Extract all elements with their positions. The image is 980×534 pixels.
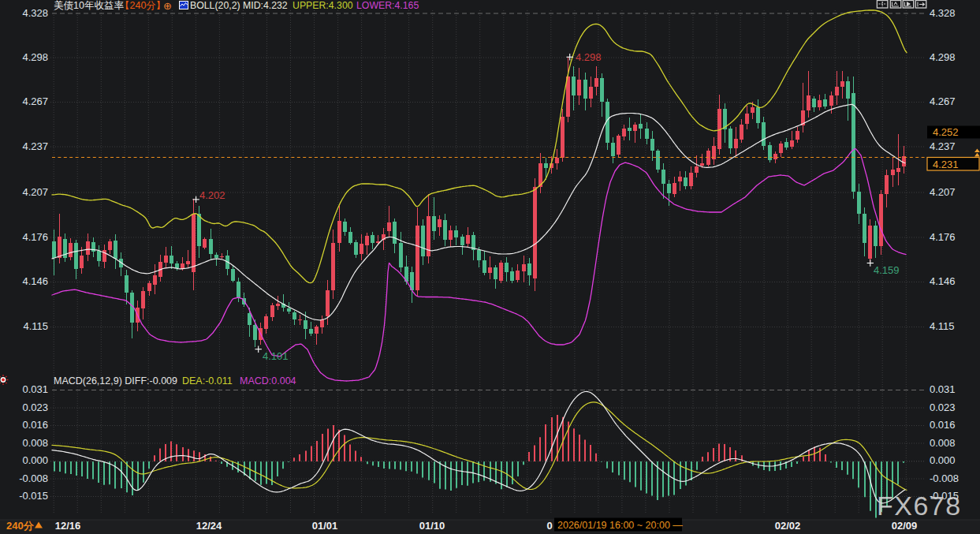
- svg-text:LOWER:4.165: LOWER:4.165: [356, 0, 419, 11]
- svg-text:4.115: 4.115: [930, 320, 955, 332]
- svg-text:4.146: 4.146: [930, 275, 956, 287]
- svg-text:4.159: 4.159: [874, 264, 900, 276]
- svg-text:4.328: 4.328: [930, 7, 956, 19]
- svg-text:4.267: 4.267: [22, 95, 48, 107]
- svg-text:-0.008: -0.008: [19, 472, 48, 484]
- svg-text:0.016: 0.016: [22, 419, 48, 431]
- svg-text:4.328: 4.328: [22, 7, 48, 19]
- svg-text:0.023: 0.023: [930, 401, 956, 413]
- svg-text:02/09: 02/09: [892, 520, 918, 532]
- svg-text:-0.008: -0.008: [930, 472, 959, 484]
- svg-text:4.298: 4.298: [930, 51, 956, 63]
- svg-text:【240分】: 【240分】: [120, 0, 166, 11]
- svg-text:4.207: 4.207: [930, 186, 956, 198]
- svg-text:0.008: 0.008: [930, 437, 956, 449]
- svg-text:02/02: 02/02: [775, 520, 801, 532]
- svg-text:0.016: 0.016: [930, 419, 956, 431]
- svg-text:01/01: 01/01: [312, 520, 338, 532]
- svg-text:⊕: ⊕: [163, 0, 172, 12]
- svg-text:0.000: 0.000: [930, 454, 956, 466]
- svg-text:12/16: 12/16: [55, 520, 81, 532]
- svg-text:4.252: 4.252: [933, 126, 959, 138]
- svg-text:MACD(26,12,9) DIFF:-0.009: MACD(26,12,9) DIFF:-0.009: [54, 375, 177, 386]
- svg-text:0.023: 0.023: [22, 401, 48, 413]
- svg-text:01/10: 01/10: [419, 520, 445, 532]
- svg-text:美债10年收益率: 美债10年收益率: [54, 0, 124, 11]
- svg-text:4.202: 4.202: [199, 189, 225, 201]
- svg-text:4.176: 4.176: [22, 231, 48, 243]
- svg-text:4.237: 4.237: [930, 140, 956, 152]
- svg-text:4.101: 4.101: [263, 350, 289, 362]
- svg-text:4.298: 4.298: [22, 51, 48, 63]
- svg-text:4.298: 4.298: [576, 51, 602, 63]
- svg-text:MACD:0.004: MACD:0.004: [240, 375, 296, 386]
- svg-text:DEA:-0.011: DEA:-0.011: [182, 375, 233, 386]
- svg-text:4.115: 4.115: [23, 320, 48, 332]
- svg-text:-0.015: -0.015: [19, 490, 48, 502]
- svg-text:2026/01/19 16:00 ~ 20:00 —: 2026/01/19 16:00 ~ 20:00 —: [557, 520, 683, 531]
- svg-text:240分: 240分: [6, 520, 35, 532]
- svg-text:4.267: 4.267: [930, 95, 956, 107]
- svg-text:4.146: 4.146: [22, 275, 48, 287]
- svg-text:4.237: 4.237: [22, 140, 48, 152]
- svg-text:4.231: 4.231: [933, 159, 959, 170]
- svg-text:FX678: FX678: [877, 491, 962, 521]
- svg-text:4.207: 4.207: [22, 186, 48, 198]
- svg-text:BOLL(20,2) MID:4.232: BOLL(20,2) MID:4.232: [190, 0, 288, 11]
- svg-text:0: 0: [546, 520, 552, 532]
- svg-text:0.008: 0.008: [22, 437, 48, 449]
- svg-text:12/24: 12/24: [196, 520, 222, 532]
- svg-text:0.031: 0.031: [930, 383, 956, 395]
- svg-text:UPPER:4.300: UPPER:4.300: [293, 0, 353, 11]
- svg-text:0.031: 0.031: [22, 383, 48, 395]
- svg-text:4.176: 4.176: [930, 231, 956, 243]
- svg-text:0.000: 0.000: [22, 454, 48, 466]
